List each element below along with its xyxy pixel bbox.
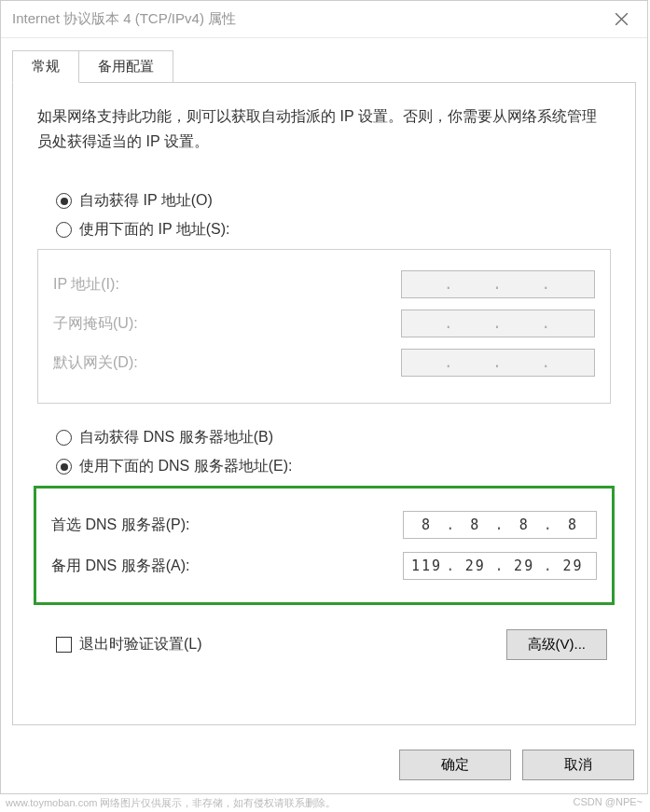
close-icon bbox=[615, 13, 628, 25]
content-area: 常规 备用配置 如果网络支持此功能，则可以获取自动指派的 IP 设置。否则，你需… bbox=[1, 38, 647, 736]
checkbox-icon bbox=[56, 637, 72, 653]
description-text: 如果网络支持此功能，则可以获取自动指派的 IP 设置。否则，你需要从网络系统管理… bbox=[37, 103, 611, 154]
tab-alternate[interactable]: 备用配置 bbox=[79, 50, 173, 83]
ip-segment: 29 bbox=[507, 557, 542, 574]
watermark: www.toymoban.com 网络图片仅供展示，非存储，如有侵权请联系删除。… bbox=[0, 794, 648, 810]
ip-address-input: ... bbox=[401, 270, 595, 298]
cancel-button[interactable]: 取消 bbox=[522, 750, 634, 780]
ip-segment: 8 bbox=[458, 516, 492, 533]
ip-fieldset: IP 地址(I): ... 子网掩码(U): ... 默认网关(D): ... bbox=[37, 249, 611, 404]
tab-strip: 常规 备用配置 bbox=[12, 50, 636, 83]
ip-segment: 8 bbox=[556, 516, 590, 533]
field-label: 默认网关(D): bbox=[53, 353, 138, 373]
radio-auto-dns[interactable]: 自动获得 DNS 服务器地址(B) bbox=[56, 428, 611, 447]
alternate-dns-input[interactable]: 119. 29. 29. 29 bbox=[403, 552, 597, 580]
close-button[interactable] bbox=[595, 1, 647, 37]
ip-segment: 29 bbox=[556, 557, 590, 574]
field-label: 备用 DNS 服务器(A): bbox=[51, 557, 189, 576]
checkbox-label: 退出时验证设置(L) bbox=[79, 635, 202, 654]
radio-icon bbox=[56, 459, 72, 475]
radio-icon bbox=[56, 430, 72, 446]
dns-highlight-box: 首选 DNS 服务器(P): 8. 8. 8. 8 备用 DNS 服务器(A):… bbox=[34, 486, 615, 605]
radio-manual-ip[interactable]: 使用下面的 IP 地址(S): bbox=[56, 220, 611, 240]
default-gateway-row: 默认网关(D): ... bbox=[53, 349, 595, 377]
ok-button[interactable]: 确定 bbox=[399, 750, 511, 780]
dialog-button-bar: 确定 取消 bbox=[1, 736, 647, 793]
default-gateway-input: ... bbox=[401, 349, 595, 377]
watermark-right: CSDN @NPE~ bbox=[574, 796, 643, 810]
subnet-mask-input: ... bbox=[401, 310, 595, 337]
ip-segment: 8 bbox=[409, 516, 444, 533]
ip-segment: 29 bbox=[458, 557, 492, 574]
radio-icon bbox=[56, 222, 72, 238]
tab-panel-general: 如果网络支持此功能，则可以获取自动指派的 IP 设置。否则，你需要从网络系统管理… bbox=[12, 82, 636, 725]
titlebar: Internet 协议版本 4 (TCP/IPv4) 属性 bbox=[1, 1, 647, 38]
radio-label: 自动获得 DNS 服务器地址(B) bbox=[79, 428, 273, 447]
tab-general[interactable]: 常规 bbox=[12, 50, 79, 83]
preferred-dns-row: 首选 DNS 服务器(P): 8. 8. 8. 8 bbox=[51, 511, 597, 539]
radio-auto-ip[interactable]: 自动获得 IP 地址(O) bbox=[56, 191, 611, 211]
ip-segment: 8 bbox=[507, 516, 542, 533]
field-label: 首选 DNS 服务器(P): bbox=[51, 516, 189, 535]
field-label: 子网掩码(U): bbox=[53, 314, 138, 334]
advanced-button[interactable]: 高级(V)... bbox=[506, 629, 608, 660]
alternate-dns-row: 备用 DNS 服务器(A): 119. 29. 29. 29 bbox=[51, 552, 597, 580]
subnet-mask-row: 子网掩码(U): ... bbox=[53, 310, 595, 337]
validate-checkbox-group[interactable]: 退出时验证设置(L) bbox=[56, 635, 202, 654]
bottom-options-row: 退出时验证设置(L) 高级(V)... bbox=[37, 629, 611, 660]
properties-dialog: Internet 协议版本 4 (TCP/IPv4) 属性 常规 备用配置 如果… bbox=[0, 0, 648, 794]
radio-label: 使用下面的 IP 地址(S): bbox=[79, 220, 230, 240]
radio-label: 使用下面的 DNS 服务器地址(E): bbox=[79, 457, 292, 476]
watermark-left: www.toymoban.com 网络图片仅供展示，非存储，如有侵权请联系删除。 bbox=[6, 796, 336, 810]
field-label: IP 地址(I): bbox=[53, 275, 119, 295]
ip-address-row: IP 地址(I): ... bbox=[53, 270, 595, 298]
ip-segment: 119 bbox=[409, 557, 444, 574]
radio-manual-dns[interactable]: 使用下面的 DNS 服务器地址(E): bbox=[56, 457, 611, 476]
radio-icon bbox=[56, 193, 72, 209]
radio-label: 自动获得 IP 地址(O) bbox=[79, 191, 213, 211]
preferred-dns-input[interactable]: 8. 8. 8. 8 bbox=[403, 511, 597, 539]
window-title: Internet 协议版本 4 (TCP/IPv4) 属性 bbox=[12, 10, 236, 28]
